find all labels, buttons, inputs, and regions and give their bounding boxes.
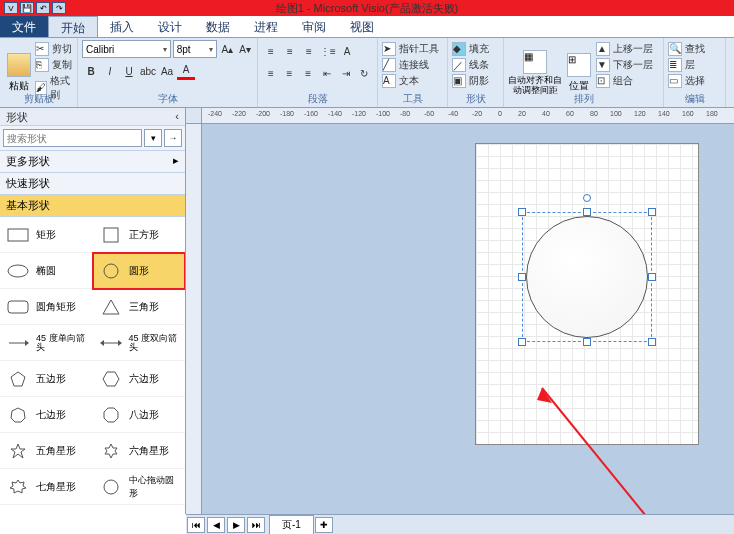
shape-cross[interactable]: 十字形 [93,505,186,514]
undo-icon[interactable]: ↶ [36,2,50,14]
line-button[interactable]: ／线条 [452,58,489,72]
text-tool-button[interactable]: A文本 [382,74,439,88]
indent-dec-button[interactable]: ⇤ [318,64,336,82]
align-left-button[interactable]: ≡ [262,64,280,82]
cut-button[interactable]: ✂剪切 [35,42,73,56]
redo-icon[interactable]: ↷ [52,2,66,14]
shape-label: 形状 [448,92,503,106]
selected-shape[interactable] [522,212,652,342]
find-button[interactable]: 🔍查找 [668,42,705,56]
handle-n[interactable] [583,208,591,216]
shape-star7[interactable]: 七角星形 [0,469,93,505]
shape-center-drag-circle[interactable]: 中心拖动圆形 [93,469,186,505]
tab-view[interactable]: 视图 [338,16,386,37]
send-back-button[interactable]: ▼下移一层 [596,58,653,72]
align-right-button[interactable]: ≡ [299,64,317,82]
page-tab-1[interactable]: 页-1 [269,515,314,535]
save-icon[interactable]: 💾 [20,2,34,14]
circle-shape[interactable] [526,216,648,338]
shape-octagon[interactable]: 八边形 [93,397,186,433]
align-bot-button[interactable]: ≡ [300,42,318,60]
pointer-tool-button[interactable]: ➤指针工具 [382,42,439,56]
font-name-combo[interactable]: Calibri▾ [82,40,171,58]
cut-icon: ✂ [35,42,49,56]
shape-square[interactable]: 正方形 [93,217,186,253]
grow-font-button[interactable]: A▴ [219,40,235,58]
italic-button[interactable]: I [101,62,119,80]
shape-star5[interactable]: 五角星形 [0,433,93,469]
rotate-handle[interactable] [583,194,591,202]
shape-pentagon-icon [6,370,30,388]
handle-nw[interactable] [518,208,526,216]
bold-button[interactable]: B [82,62,100,80]
svg-marker-17 [10,480,26,493]
shape-star5-icon [6,442,30,460]
shape-rect[interactable]: 矩形 [0,217,93,253]
handle-ne[interactable] [648,208,656,216]
svg-marker-10 [118,340,122,346]
bring-forward-button[interactable]: ▲上移一层 [596,42,653,56]
page-prev-button[interactable]: ◀ [207,517,225,533]
cat-more-shapes[interactable]: 更多形状▸ [0,151,185,173]
page-first-button[interactable]: ⏮ [187,517,205,533]
shape-star6[interactable]: 六角星形 [93,433,186,469]
pointer-icon: ➤ [382,42,396,56]
shape-hexagon[interactable]: 六边形 [93,361,186,397]
shape-ellipse[interactable]: 椭圆 [0,253,93,289]
font-color-button[interactable]: A [177,62,195,80]
shape-heptagon[interactable]: 七边形 [0,397,93,433]
tab-home[interactable]: 开始 [48,16,98,37]
shape-arrow45-double[interactable]: 45 度双向箭头 [93,325,186,361]
handle-e[interactable] [648,273,656,281]
bullets-button[interactable]: ⋮≡ [319,42,337,60]
tab-process[interactable]: 进程 [242,16,290,37]
shape-pentagon[interactable]: 五边形 [0,361,93,397]
handle-s[interactable] [583,338,591,346]
shape-hexagon-icon [99,370,123,388]
tab-insert[interactable]: 插入 [98,16,146,37]
tab-file[interactable]: 文件 [0,16,48,37]
tab-design[interactable]: 设计 [146,16,194,37]
rotate-text-button[interactable]: ↻ [355,64,373,82]
copy-button[interactable]: ⎘复制 [35,58,73,72]
search-input[interactable] [3,129,142,147]
chevron-left-icon[interactable]: ‹ [175,110,179,123]
page-last-button[interactable]: ⏭ [247,517,265,533]
drawing-page[interactable] [476,144,698,444]
strike-button[interactable]: abc [139,62,157,80]
search-dropdown-button[interactable]: ▾ [144,129,162,147]
underline-button[interactable]: U [120,62,138,80]
align-mid-button[interactable]: ≡ [281,42,299,60]
shape-arrow45-single[interactable]: 45 度单向箭头 [0,325,93,361]
shape-rounded-rect[interactable]: 圆角矩形 [0,289,93,325]
indent-inc-button[interactable]: ⇥ [337,64,355,82]
shape-triangle[interactable]: 三角形 [93,289,186,325]
tab-data[interactable]: 数据 [194,16,242,37]
select-button[interactable]: ▭选择 [668,74,705,88]
shape-star7-icon [6,478,30,496]
handle-w[interactable] [518,273,526,281]
cat-basic-shapes[interactable]: 基本形状 [0,195,185,217]
page-next-button[interactable]: ▶ [227,517,245,533]
connector-tool-button[interactable]: ╱连接线 [382,58,439,72]
char-scale-button[interactable]: A [338,42,356,60]
align-center-button[interactable]: ≡ [281,64,299,82]
shrink-font-button[interactable]: A▾ [237,40,253,58]
svg-marker-16 [105,444,117,458]
fill-button[interactable]: ◆填充 [452,42,489,56]
align-top-button[interactable]: ≡ [262,42,280,60]
handle-se[interactable] [648,338,656,346]
cat-quick-shapes[interactable]: 快速形状 [0,173,185,195]
font-size-combo[interactable]: 8pt▾ [173,40,218,58]
shape-right-triangle[interactable]: 直角三角形 [0,505,93,514]
tab-review[interactable]: 审阅 [290,16,338,37]
search-go-button[interactable]: → [164,129,182,147]
handle-sw[interactable] [518,338,526,346]
add-page-button[interactable]: ✚ [315,517,333,533]
canvas-area[interactable]: -240-220-200-180-160-140-120-100-80-60-4… [186,108,734,514]
group-button[interactable]: ⊡组合 [596,74,653,88]
case-button[interactable]: Aa [158,62,176,80]
layers-button[interactable]: ≣层 [668,58,705,72]
shape-circle[interactable]: 圆形 [93,253,186,289]
shadow-button[interactable]: ▣阴影 [452,74,489,88]
